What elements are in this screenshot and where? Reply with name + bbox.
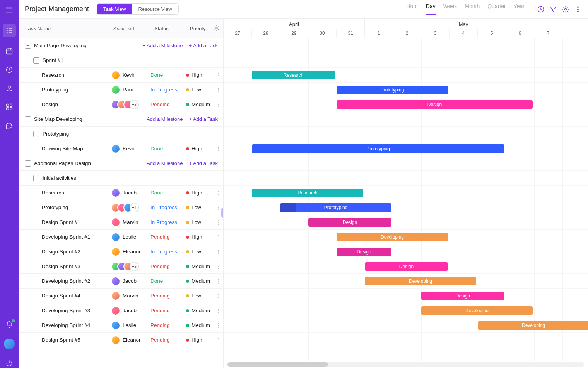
assignee-avatars[interactable] [111,85,120,95]
assignee-avatars[interactable] [111,291,120,301]
group-row[interactable]: –Site Map Developing+ Add a Milestone+ A… [19,112,223,127]
gantt-bar[interactable]: Developing [478,321,588,330]
group-row[interactable]: –Initial activities [19,171,223,186]
collapse-toggle[interactable]: – [25,116,31,122]
collapse-toggle[interactable]: – [25,160,31,167]
row-more-button[interactable]: ⋮ [213,219,223,225]
group-row[interactable]: –Main Page Developing+ Add a Milestone+ … [19,38,223,53]
task-row[interactable]: Design Sprint #4MarvinPendingLow⋮ [19,289,223,303]
assignee-avatars[interactable] [111,218,120,227]
task-row[interactable]: Design Sprint #5EleanorPendingHigh⋮ [19,333,223,347]
assignee-avatars[interactable] [111,71,120,80]
assignee-avatars[interactable] [111,232,120,242]
collapse-toggle[interactable]: – [25,43,31,49]
row-more-button[interactable]: ⋮ [213,278,223,284]
assignee-avatars[interactable] [111,247,120,256]
tasks-icon[interactable] [3,24,16,37]
current-user-avatar[interactable] [4,339,15,349]
gantt-bar[interactable]: Prototyping [337,86,448,94]
row-more-button[interactable]: ⋮ [213,337,223,343]
power-icon[interactable] [5,359,14,368]
gantt-bar[interactable]: Developing [365,277,476,285]
row-more-button[interactable]: ⋮ [213,293,223,299]
scrollbar-thumb[interactable] [227,362,328,367]
assignee-avatars[interactable] [111,144,120,153]
gantt-bar[interactable]: Prototyping [280,203,391,212]
task-row[interactable]: Prototyping+4In ProgressLow⋮ [19,200,223,215]
row-more-button[interactable]: ⋮ [213,234,223,240]
task-row[interactable]: Developing Sprint #3JacobPendingMedium⋮ [19,303,223,318]
group-row[interactable]: –Additional Pages Design+ Add a Mileston… [19,156,223,171]
period-quarter[interactable]: Quarter [487,3,506,15]
collapse-toggle[interactable]: – [33,131,39,137]
task-row[interactable]: Design Sprint #3+2PendingMedium⋮ [19,259,223,274]
row-more-button[interactable]: ⋮ [213,263,223,270]
group-row[interactable]: –Sprint #1 [19,53,223,68]
gantt-bar[interactable]: Design [337,248,391,256]
resource-view-button[interactable]: Resource View [132,4,178,14]
period-month[interactable]: Month [465,3,480,15]
period-week[interactable]: Week [443,3,457,15]
assignee-avatars[interactable]: +4 [111,203,139,212]
filter-icon[interactable] [549,5,557,13]
assignee-avatars[interactable] [111,188,120,198]
assignee-avatars[interactable] [111,335,120,345]
add-task-link[interactable]: + Add a Task [189,116,218,122]
user-icon[interactable] [5,84,14,93]
gantt-bar[interactable]: Prototyping [252,144,504,153]
task-view-button[interactable]: Task View [97,4,132,14]
row-more-button[interactable]: ⋮ [213,322,223,328]
gantt-bar[interactable]: Design [337,100,533,109]
task-row[interactable]: PrototypingPamIn ProgressLow⋮ [19,83,223,97]
task-row[interactable]: Developing Sprint #4LesliePendingMedium⋮ [19,318,223,333]
apps-icon[interactable] [5,102,14,112]
clock-icon[interactable] [5,65,14,74]
columns-settings-icon[interactable] [213,24,220,33]
row-more-button[interactable]: ⋮ [213,249,223,255]
task-row[interactable]: Design Sprint #1MarvinIn ProgressLow⋮ [19,215,223,230]
period-year[interactable]: Year [514,3,525,15]
add-milestone-link[interactable]: + Add a Milestone [143,116,183,122]
period-hour[interactable]: Hour [407,3,418,15]
task-row[interactable]: Design Sprint #2EleanorIn ProgressLow⋮ [19,244,223,259]
add-task-link[interactable]: + Add a Task [189,43,218,48]
task-row[interactable]: Developing Sprint #2JacobDoneMedium⋮ [19,274,223,289]
assignee-avatars[interactable]: +2 [111,100,139,109]
gantt-bar[interactable]: Design [365,262,448,271]
row-more-button[interactable]: ⋮ [213,101,223,108]
hamburger-icon[interactable] [5,5,14,15]
more-icon[interactable] [574,5,582,13]
group-row[interactable]: –Prototyping [19,127,223,141]
row-more-button[interactable]: ⋮ [213,190,223,196]
history-icon[interactable] [537,5,545,13]
chat-icon[interactable] [5,121,14,130]
gantt-bar[interactable]: Design [308,218,391,227]
collapse-toggle[interactable]: – [33,175,39,181]
task-row[interactable]: Developing Sprint #1LesliePendingHigh⋮ [19,230,223,244]
gantt-bar[interactable]: Developing [337,233,448,241]
task-row[interactable]: ResearchJacobDoneHigh⋮ [19,186,223,200]
row-more-button[interactable]: ⋮ [213,87,223,93]
collapse-toggle[interactable]: – [33,57,39,64]
add-task-link[interactable]: + Add a Task [189,160,218,166]
task-row[interactable]: Design+2PendingMedium⋮ [19,97,223,112]
task-row[interactable]: Drawing Site MapKevinDoneHigh⋮ [19,141,223,156]
assignee-avatars[interactable]: +2 [111,262,139,271]
gantt-bar[interactable]: Developing [421,306,533,315]
assignee-avatars[interactable] [111,277,120,286]
period-day[interactable]: Day [426,3,436,15]
gantt-bar[interactable]: Research [252,71,335,79]
horizontal-scrollbar[interactable] [227,362,584,367]
assignee-avatars[interactable] [111,321,120,330]
row-more-button[interactable]: ⋮ [213,72,223,78]
settings-icon[interactable] [562,5,569,13]
add-milestone-link[interactable]: + Add a Milestone [143,160,183,166]
calendar-icon[interactable] [5,46,14,56]
row-more-button[interactable]: ⋮ [213,308,223,314]
bell-icon[interactable] [5,320,14,329]
task-row[interactable]: ResearchKevinDoneHigh⋮ [19,68,223,83]
assignee-avatars[interactable] [111,306,120,315]
gantt-bar[interactable]: Research [252,189,363,197]
row-more-button[interactable]: ⋮ [213,146,223,152]
gantt-bar[interactable]: Design [421,292,504,300]
